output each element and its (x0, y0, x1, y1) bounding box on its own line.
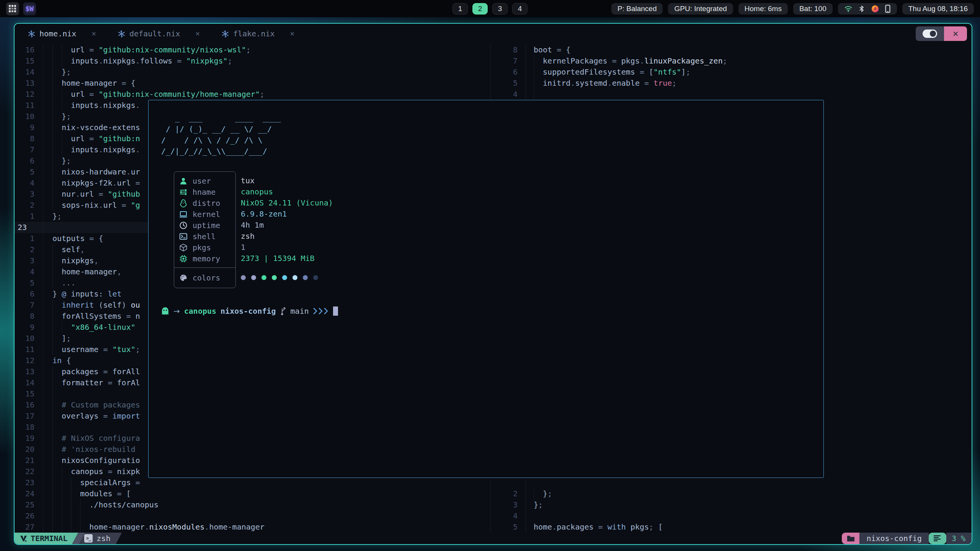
fetch-row-uptime: uptime (174, 220, 235, 231)
uptime-icon (179, 221, 188, 230)
tab-close-icon[interactable]: × (91, 29, 96, 38)
color-dot (313, 275, 318, 280)
fetch-colors-label: colors (193, 273, 220, 282)
fetch-value-distro: NixOS 24.11 (Vicuna) (241, 197, 585, 209)
tab-home.nix[interactable]: home.nix× (28, 29, 96, 38)
window-close-button[interactable]: × (944, 26, 967, 41)
palette-icon (179, 274, 188, 282)
fetch-label-box: userhnamedistrokerneluptimeshellpkgsmemo… (174, 171, 236, 288)
tab-close-icon[interactable]: × (195, 29, 200, 38)
fetch-row-kernel: kernel (174, 209, 235, 220)
scroll-percent-label: 3 % (952, 534, 965, 543)
fetch-row-user: user (174, 175, 235, 186)
lines-icon (934, 535, 941, 541)
color-dot (241, 275, 246, 280)
color-dot (272, 275, 277, 280)
fetch-label: user (193, 176, 211, 186)
fetch-label: pkgs (193, 243, 211, 252)
tab-label: flake.nix (233, 29, 274, 38)
nix-snowflake-icon (221, 30, 229, 38)
fetch-values: tuxcanopusNixOS 24.11 (Vicuna)6.9.8-zen1… (241, 175, 585, 287)
tab-flake.nix[interactable]: flake.nix× (221, 29, 294, 38)
clock-text: Thu Aug 08, 18:16 (908, 5, 968, 13)
code-line: 27home-manager.nixosModules.home-manager (15, 522, 489, 533)
workspace-button-2[interactable]: 2 (472, 3, 488, 15)
nix-snowflake-icon (118, 30, 126, 38)
wm-logo-text: $W (25, 5, 34, 13)
status-bar: TERMINAL >_ zsh nixos-config (15, 533, 972, 544)
phone-icon[interactable] (885, 5, 891, 13)
workspace-button-3[interactable]: 3 (492, 3, 508, 15)
code-line: 8boot = { (493, 44, 972, 55)
workspace-switcher: 1234 (452, 0, 528, 17)
code-line: 26 (15, 510, 489, 522)
fetch-colors-row: colors (174, 268, 235, 288)
tab-close-icon[interactable]: × (290, 29, 295, 38)
memory-icon (179, 254, 188, 263)
wifi-icon[interactable] (844, 5, 853, 13)
editor-area[interactable]: 16url = "github:nix-community/nixos-wsl"… (15, 44, 972, 533)
fetch-label: kernel (193, 210, 220, 219)
code-line: 12url = "github:nix-community/home-manag… (15, 89, 489, 100)
code-line: 7kernelPackages = pkgs.linuxPackages_zen… (493, 55, 972, 67)
status-pill: Home: 6ms (738, 3, 788, 15)
tab-label: home.nix (39, 29, 76, 38)
status-pill: GPU: Integrated (668, 3, 733, 15)
fetch-value-shell: zsh (241, 231, 585, 242)
terminal-color-dots (241, 267, 585, 287)
flame-icon[interactable] (871, 5, 879, 13)
system-fetch-panel: userhnamedistrokerneluptimeshellpkgsmemo… (174, 171, 236, 288)
scroll-percent: 3 % (946, 533, 972, 544)
statusbar-right: nixos-config 3 % (842, 533, 972, 544)
prompt-chevrons-icon (313, 307, 328, 315)
launcher-button[interactable] (6, 2, 19, 15)
code-line: 16url = "github:nix-community/nixos-wsl"… (15, 44, 489, 55)
fetch-row-distro: distro (174, 197, 235, 209)
system-tray (838, 3, 897, 15)
prompt-arrow: → (173, 306, 180, 316)
project-directory-label: nixos-config (866, 534, 922, 543)
nixos-ascii-logo: _ ___ ____ ____ / |/ (_)_ __/ __ \/ __/ … (161, 112, 281, 157)
window-controls: × (916, 26, 967, 41)
terminal-overlay[interactable]: _ ___ ____ ____ / |/ (_)_ __/ __ \/ __/ … (148, 100, 824, 478)
fetch-row-shell: shell (174, 231, 235, 242)
color-dot (261, 275, 266, 280)
code-line: 4 (493, 510, 972, 522)
prompt-directory: nixos-config (220, 306, 276, 316)
fetch-value-memory: 2373 | 15394 MiB (241, 253, 585, 264)
color-dot (303, 275, 308, 280)
project-directory: nixos-config (859, 533, 929, 544)
code-line: 24modules = [ (15, 488, 489, 499)
code-line: 14}; (15, 67, 489, 78)
fetch-label: distro (193, 199, 220, 208)
toggle-switch-icon (923, 29, 937, 38)
user-icon (179, 177, 188, 185)
fetch-row-pkgs: pkgs (174, 242, 235, 253)
color-dot (292, 275, 297, 280)
tab-default.nix[interactable]: default.nix× (118, 29, 200, 38)
wm-logo[interactable]: $W (23, 2, 36, 15)
workspace-button-1[interactable]: 1 (452, 3, 468, 15)
workspace-button-4[interactable]: 4 (512, 3, 528, 15)
git-branch-icon (280, 307, 286, 315)
shell-label: zsh (96, 534, 110, 543)
kernel-icon (179, 210, 188, 218)
color-dot (282, 275, 287, 280)
folder-icon (847, 535, 855, 542)
status-pill: P: Balanced (611, 3, 663, 15)
code-line: 2}; (493, 488, 972, 499)
window-toggle[interactable] (916, 26, 944, 41)
mode-label: TERMINAL (31, 534, 67, 543)
fetch-value-hname: canopus (241, 186, 585, 197)
code-line: 4 (493, 89, 972, 100)
editor-window: home.nix×default.nix×flake.nix× × 16url … (14, 23, 972, 545)
prompt-branch: main (291, 306, 309, 316)
terminal-prompt-icon: >_ (84, 534, 93, 543)
fetch-label: hname (193, 187, 216, 197)
bluetooth-icon[interactable] (858, 5, 866, 13)
shell-prompt[interactable]: → canopus nixos-config main (161, 305, 338, 316)
shell-icon (179, 232, 188, 241)
fetch-value-uptime: 4h 1m (241, 220, 585, 231)
code-line: 6supportedFilesystems = ["ntfs"]; (493, 67, 972, 78)
code-line: 25./hosts/canopus (15, 499, 489, 510)
